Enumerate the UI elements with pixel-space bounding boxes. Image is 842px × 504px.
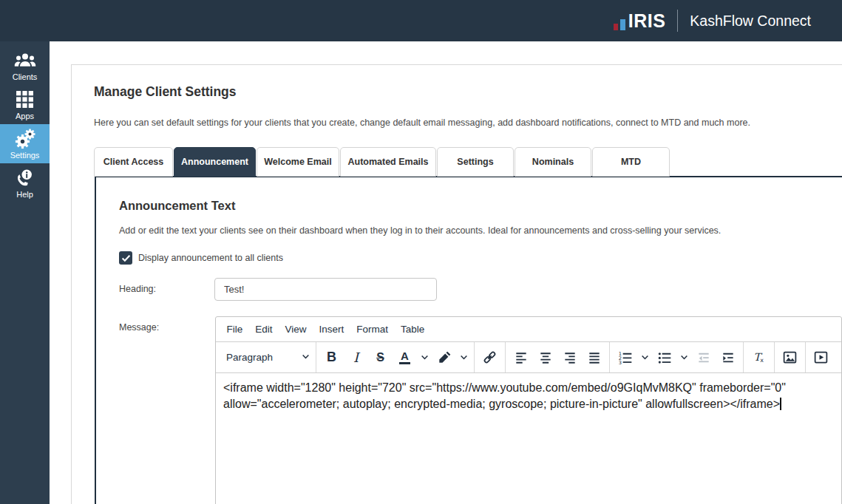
bullet-list-chevron-icon[interactable]: [676, 347, 691, 369]
align-justify-button[interactable]: [582, 347, 606, 369]
tab-bar: Client Access Announcement Welcome Email…: [94, 147, 670, 177]
sidebar-item-label: Apps: [16, 112, 34, 120]
settings-card: Manage Client Settings Here you can set …: [71, 64, 842, 504]
app-header: IRIS KashFlow Connect: [0, 0, 842, 41]
editor-content-area[interactable]: <iframe width="1280" height="720" src="h…: [216, 373, 841, 504]
highlight-color-button[interactable]: [432, 347, 456, 369]
clear-formatting-button[interactable]: T x: [747, 347, 771, 369]
text-cursor: [780, 398, 781, 410]
tab-automated-emails[interactable]: Automated Emails: [340, 147, 436, 177]
apps-icon: [16, 89, 34, 110]
brand: IRIS KashFlow Connect: [614, 0, 811, 41]
checkbox-label: Display announcement to all clients: [138, 253, 283, 263]
tab-settings[interactable]: Settings: [437, 147, 514, 177]
highlight-color-chevron-icon[interactable]: [456, 347, 471, 369]
format-select[interactable]: Paragraph: [220, 347, 313, 369]
iris-logo-icon: [614, 11, 625, 30]
message-label: Message:: [119, 322, 159, 333]
tab-client-access[interactable]: Client Access: [94, 147, 173, 177]
menu-table[interactable]: Table: [395, 321, 431, 338]
heading-input[interactable]: [214, 278, 437, 301]
bold-button[interactable]: B: [319, 347, 344, 369]
brand-divider: [677, 10, 678, 32]
clients-icon: [14, 50, 36, 71]
insert-media-button[interactable]: [809, 347, 833, 369]
align-right-button[interactable]: [557, 347, 582, 369]
numbered-list-button[interactable]: 1 2 3: [613, 347, 637, 369]
sidebar-item-label: Clients: [13, 72, 38, 81]
menu-format[interactable]: Format: [350, 321, 395, 338]
sidebar-item-label: Settings: [10, 151, 40, 160]
chevron-down-icon: [302, 352, 310, 363]
tab-announcement[interactable]: Announcement: [174, 147, 256, 177]
editor-menubar: File Edit View Insert Format Table: [216, 317, 841, 341]
page-title: Manage Client Settings: [94, 84, 237, 100]
align-left-button[interactable]: [509, 347, 533, 369]
text-color-button[interactable]: A: [393, 347, 417, 369]
editor-text-line: allow="accelerometer; autoplay; encrypte…: [223, 396, 834, 412]
tab-mtd[interactable]: MTD: [592, 147, 670, 177]
svg-text:3: 3: [618, 360, 621, 365]
svg-text:x: x: [760, 357, 764, 364]
tab-nominals[interactable]: Nominals: [515, 147, 591, 177]
sidebar-item-clients[interactable]: Clients: [0, 46, 50, 85]
heading-label: Heading:: [119, 284, 156, 294]
announcement-panel: Announcement Text Add or edit the text y…: [95, 176, 842, 504]
bullet-list-button[interactable]: [652, 347, 676, 369]
indent-button[interactable]: [716, 347, 740, 369]
brand-name: IRIS: [628, 12, 666, 30]
panel-description: Add or edit the text your clients see on…: [119, 225, 721, 236]
settings-icon: [14, 129, 36, 149]
editor-toolbar: Paragraph B I S A: [216, 341, 841, 373]
menu-insert[interactable]: Insert: [313, 321, 350, 338]
editor-text-line: <iframe width="1280" height="720" src="h…: [223, 380, 834, 396]
link-button[interactable]: [478, 347, 502, 369]
sidebar-item-label: Help: [16, 190, 33, 199]
rich-text-editor: File Edit View Insert Format Table Parag…: [215, 316, 842, 504]
page-subtitle: Here you can set default settings for yo…: [94, 118, 750, 128]
strikethrough-button[interactable]: S: [368, 347, 393, 369]
menu-file[interactable]: File: [220, 321, 249, 338]
menu-view[interactable]: View: [279, 321, 313, 338]
menu-edit[interactable]: Edit: [249, 321, 279, 338]
numbered-list-chevron-icon[interactable]: [637, 347, 652, 369]
outdent-button[interactable]: [691, 347, 716, 369]
product-name: KashFlow Connect: [690, 13, 811, 30]
help-icon: [15, 168, 35, 188]
display-announcement-row: Display announcement to all clients: [119, 251, 283, 265]
panel-title: Announcement Text: [119, 199, 235, 213]
sidebar-item-help[interactable]: Help: [0, 163, 50, 202]
text-color-chevron-icon[interactable]: [417, 347, 432, 369]
sidebar: Clients Apps: [0, 41, 50, 504]
tab-welcome-email[interactable]: Welcome Email: [257, 147, 339, 177]
italic-button[interactable]: I: [344, 347, 368, 369]
align-center-button[interactable]: [533, 347, 557, 369]
insert-image-button[interactable]: [778, 347, 802, 369]
sidebar-item-apps[interactable]: Apps: [0, 85, 50, 124]
display-announcement-checkbox[interactable]: [119, 251, 132, 265]
sidebar-item-settings[interactable]: Settings: [0, 124, 50, 163]
